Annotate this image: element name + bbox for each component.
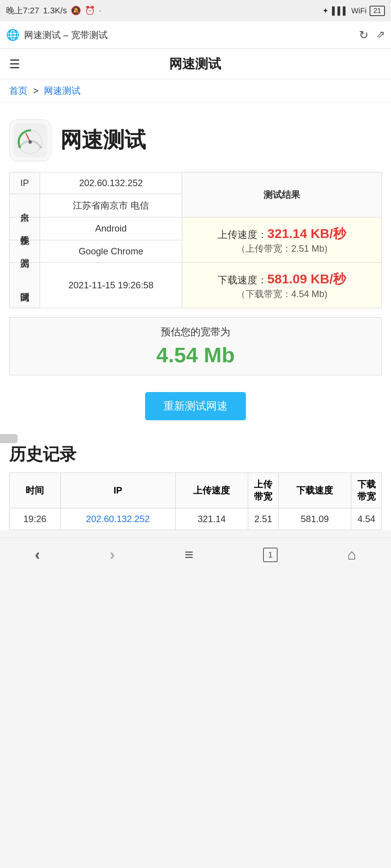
retest-container: 重新测试网速 [9,384,382,434]
breadcrumb-separator: > [33,85,39,96]
bandwidth-estimate: 预估您的宽带为 4.54 Mb [9,317,382,375]
download-result-cell: 下载速度：581.09 KB/秒 （下载带宽：4.54 Mb) [182,263,382,308]
alarm-icon: ⏰ [85,6,95,16]
battery-indicator: 21 [370,6,385,16]
history-table-header: 时间 IP 上传速度 上传带宽 下载速度 下载带宽 [10,473,382,508]
tabs-button[interactable]: 1 [252,548,289,562]
app-header: 网速测试 [9,112,382,172]
download-speed-label: 下载速度：581.09 KB/秒 [187,270,376,288]
browser-label: 浏览器 [10,240,40,263]
time-label: 测试时间 [10,263,40,308]
browser-bar-icons: ↻ ⇗ [359,28,385,42]
status-bar-left: 晚上7:27 1.3K/s 🔕 ⏰ · [6,5,101,16]
breadcrumb: 首页 > 网速测试 [0,79,391,103]
os-value: Android [40,217,182,240]
table-row-ip: IP 202.60.132.252 测试结果 [10,172,382,194]
time-display: 晚上7:27 [6,5,39,16]
page-title: 网速测试 [29,55,360,73]
history-title: 历史记录 [9,443,382,466]
nav-bar: ☰ 网速测试 [0,49,391,79]
menu-icon: ≡ [184,546,193,563]
wifi-icon: WiFi [351,6,367,15]
status-bar-right: ✦ ▌▌▌ WiFi 21 [322,6,385,16]
forward-button[interactable]: › [98,546,126,563]
menu-button[interactable]: ≡ [173,546,205,563]
notification-icon: 🔕 [71,6,81,16]
ip-label: IP [10,172,40,194]
status-bar: 晚上7:27 1.3K/s 🔕 ⏰ · ✦ ▌▌▌ WiFi 21 [0,0,391,21]
table-row-time: 测试时间 2021-11-15 19:26:58 下载速度：581.09 KB/… [10,263,382,308]
browser-url[interactable]: 网速测试 – 宽带测试 [24,29,354,41]
bandwidth-estimate-value: 4.54 Mb [17,342,374,367]
upload-bandwidth: （上传带宽：2.51 Mb) [187,243,376,255]
time-value: 2021-11-15 19:26:58 [40,263,182,308]
col-download-speed: 下载速度 [278,473,351,508]
row-time: 19:26 [10,508,61,530]
download-speed-value: 581.09 KB/秒 [267,272,346,286]
back-button[interactable]: ‹ [23,546,51,563]
col-time: 时间 [10,473,61,508]
tabs-icon: 1 [263,548,278,562]
refresh-icon[interactable]: ↻ [359,28,368,42]
source-label: 来自 [10,194,40,217]
breadcrumb-current: 网速测试 [44,85,81,96]
app-header-title: 网速测试 [60,126,146,155]
source-value: 江苏省南京市 电信 [40,194,182,217]
hamburger-menu[interactable]: ☰ [9,57,20,71]
app-icon [9,119,51,161]
network-speed: 1.3K/s [43,6,67,16]
bottom-nav: ‹ › ≡ 1 ⌂ [0,538,391,571]
table-row-os: 操作系统 Android 上传速度：321.14 KB/秒 （上传带宽：2.51… [10,217,382,240]
home-icon: ⌂ [347,547,356,563]
browser-bar: 🌐 网速测试 – 宽带测试 ↻ ⇗ [0,21,391,49]
speedometer-icon [13,123,47,158]
home-button[interactable]: ⌂ [336,547,368,563]
bandwidth-estimate-label: 预估您的宽带为 [17,325,374,339]
download-bandwidth: （下载带宽：4.54 Mb) [187,288,376,300]
dot-icon: · [99,6,101,16]
ip-value: 202.60.132.252 [40,172,182,194]
bluetooth-icon: ✦ [322,6,329,15]
svg-point-2 [29,140,32,144]
col-download-bw: 下载带宽 [351,473,382,508]
row-upload-bw: 2.51 [248,508,278,530]
back-icon: ‹ [35,546,40,563]
row-upload-speed: 321.14 [175,508,248,530]
share-icon[interactable]: ⇗ [376,28,385,42]
col-upload-speed: 上传速度 [175,473,248,508]
globe-icon: 🌐 [6,29,19,41]
history-row: 19:26 202.60.132.252 321.14 2.51 581.09 … [10,508,382,530]
row-ip: 202.60.132.252 [60,508,175,530]
signal-icon: ▌▌▌ [332,6,348,15]
col-upload-bw: 上传带宽 [248,473,278,508]
os-label: 操作系统 [10,217,40,240]
results-table: IP 202.60.132.252 测试结果 来自 江苏省南京市 电信 操作系统… [9,172,382,308]
main-content: 网速测试 IP 202.60.132.252 测试结果 来自 江苏省南京市 电信… [0,103,391,434]
history-section: 历史记录 时间 IP 上传速度 上传带宽 下载速度 下载带宽 19:26 202… [0,434,391,530]
browser-value: Google Chrome [40,240,182,263]
feedback-tab[interactable]: 反馈 [0,434,18,443]
breadcrumb-home[interactable]: 首页 [9,85,27,96]
results-header: 测试结果 [182,172,382,217]
upload-result-cell: 上传速度：321.14 KB/秒 （上传带宽：2.51 Mb) [182,217,382,263]
history-table: 时间 IP 上传速度 上传带宽 下载速度 下载带宽 19:26 202.60.1… [9,473,382,530]
forward-icon: › [110,546,115,563]
row-download-bw: 4.54 [351,508,382,530]
col-ip: IP [60,473,175,508]
row-download-speed: 581.09 [278,508,351,530]
upload-speed-label: 上传速度：321.14 KB/秒 [187,225,376,243]
upload-speed-value: 321.14 KB/秒 [267,226,346,241]
retest-button[interactable]: 重新测试网速 [145,392,246,420]
